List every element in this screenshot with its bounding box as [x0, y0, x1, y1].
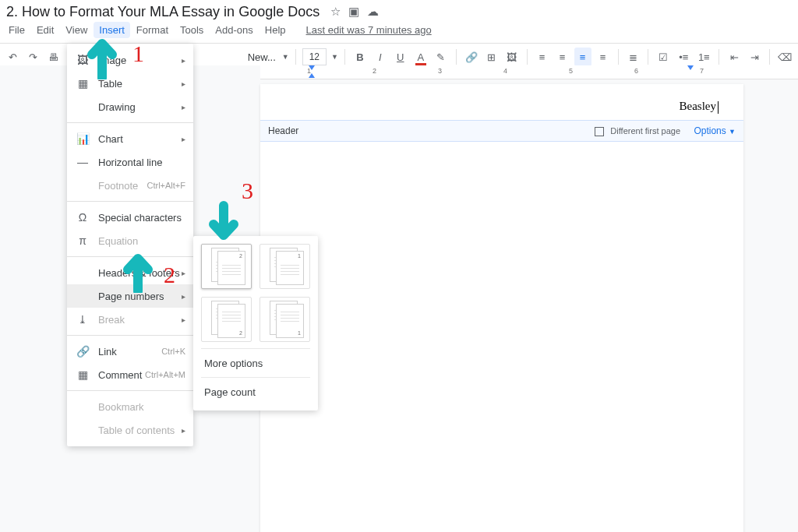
- cloud-status-icon: ☁: [367, 5, 379, 19]
- bullet-list-button[interactable]: •≡: [675, 48, 692, 66]
- different-first-page-checkbox[interactable]: [595, 127, 604, 136]
- insert-link-item[interactable]: 🔗LinkCtrl+K: [67, 340, 193, 363]
- annotation-arrow-1: [83, 33, 122, 79]
- insert-hr-item[interactable]: —Horizontal line: [67, 150, 193, 174]
- insert-special-item[interactable]: ΩSpecial characters: [67, 206, 193, 229]
- clear-format-button[interactable]: ⌫: [776, 48, 793, 66]
- last-edit-link[interactable]: Last edit was 7 minutes ago: [306, 24, 432, 36]
- page-number-top-right-option[interactable]: 1 2: [201, 244, 252, 289]
- annotation-number-2: 2: [164, 262, 175, 288]
- font-selector[interactable]: New...: [248, 51, 279, 63]
- print-button[interactable]: 🖶: [45, 48, 62, 66]
- page-numbers-submenu: 1 2 1 1 2 1 More options Page count: [193, 236, 318, 410]
- align-left-button[interactable]: ≡: [534, 48, 551, 66]
- header-band: Header Different first page Options ▼: [260, 120, 743, 142]
- text-color-button[interactable]: A: [412, 48, 429, 66]
- link-icon: 🔗: [75, 345, 90, 358]
- font-size-input[interactable]: 12: [302, 48, 327, 65]
- insert-image-button[interactable]: 🖼: [503, 48, 521, 66]
- document-title[interactable]: 2. How to Format Your MLA Essay in Googl…: [3, 4, 323, 20]
- header-options-dropdown[interactable]: Options ▼: [694, 125, 736, 136]
- menu-format[interactable]: Format: [131, 22, 174, 38]
- menu-help[interactable]: Help: [260, 22, 291, 38]
- insert-comment-item[interactable]: ▦CommentCtrl+Alt+M: [67, 363, 193, 386]
- page-number-bottom-right-option[interactable]: 1 2: [201, 297, 252, 342]
- star-icon[interactable]: ☆: [330, 5, 341, 19]
- menu-tools[interactable]: Tools: [175, 22, 209, 38]
- underline-button[interactable]: U: [392, 48, 409, 66]
- insert-link-button[interactable]: 🔗: [463, 48, 480, 66]
- document-page[interactable]: Beasley Header Different first page Opti…: [260, 84, 743, 532]
- insert-chart-item[interactable]: 📊Chart▸: [67, 127, 193, 150]
- redo-button[interactable]: ↷: [25, 48, 42, 66]
- horizontal-ruler[interactable]: 1 2 3 4 5 6 7: [260, 65, 798, 79]
- align-justify-button[interactable]: ≡: [595, 48, 612, 66]
- pi-icon: π: [75, 234, 90, 247]
- align-right-button[interactable]: ≡: [574, 48, 591, 66]
- annotation-number-1: 1: [132, 41, 144, 67]
- chevron-right-icon: ▸: [182, 56, 185, 65]
- indent-decrease-button[interactable]: ⇤: [726, 48, 743, 66]
- insert-bookmark-item: Bookmark: [67, 395, 193, 418]
- header-text[interactable]: Beasley: [680, 100, 719, 114]
- hr-icon: —: [75, 156, 90, 168]
- page-numbers-more-options[interactable]: More options: [201, 349, 310, 377]
- annotation-arrow-3: [204, 199, 243, 243]
- omega-icon: Ω: [75, 211, 90, 224]
- insert-break-item: ⤓Break▸: [67, 308, 193, 331]
- menu-file[interactable]: File: [3, 22, 30, 38]
- line-spacing-button[interactable]: ≣: [624, 48, 641, 66]
- annotation-number-3: 3: [242, 178, 253, 204]
- insert-footnote-item: FootnoteCtrl+Alt+F: [67, 174, 193, 197]
- header-label: Header: [268, 125, 298, 136]
- page-number-top-right-skip-first-option[interactable]: 1: [260, 244, 310, 289]
- comment-icon: ▦: [75, 368, 90, 381]
- highlight-button[interactable]: ✎: [433, 48, 450, 66]
- page-numbers-page-count[interactable]: Page count: [201, 378, 310, 406]
- insert-comment-button[interactable]: ⊞: [483, 48, 500, 66]
- insert-menu-dropdown: 🖼Image▸ ▦Table▸ Drawing▸ 📊Chart▸ —Horizo…: [67, 44, 193, 446]
- insert-drawing-item[interactable]: Drawing▸: [67, 95, 193, 118]
- align-center-button[interactable]: ≡: [554, 48, 571, 66]
- numbered-list-button[interactable]: 1≡: [695, 48, 712, 66]
- bold-button[interactable]: B: [351, 48, 369, 66]
- text-cursor: [718, 101, 719, 114]
- annotation-arrow-2: [118, 249, 157, 293]
- undo-button[interactable]: ↶: [5, 48, 22, 66]
- different-first-page-label: Different first page: [610, 126, 680, 136]
- insert-toc-item: Table of contents▸: [67, 418, 193, 442]
- indent-increase-button[interactable]: ⇥: [746, 48, 763, 66]
- page-number-bottom-right-skip-first-option[interactable]: 1: [260, 297, 310, 342]
- menu-edit[interactable]: Edit: [31, 22, 59, 38]
- move-icon[interactable]: ▣: [348, 5, 359, 19]
- menu-addons[interactable]: Add-ons: [210, 22, 258, 38]
- checklist-button[interactable]: ☑: [655, 48, 672, 66]
- chart-icon: 📊: [75, 132, 90, 145]
- italic-button[interactable]: I: [372, 48, 389, 66]
- break-icon: ⤓: [75, 313, 90, 326]
